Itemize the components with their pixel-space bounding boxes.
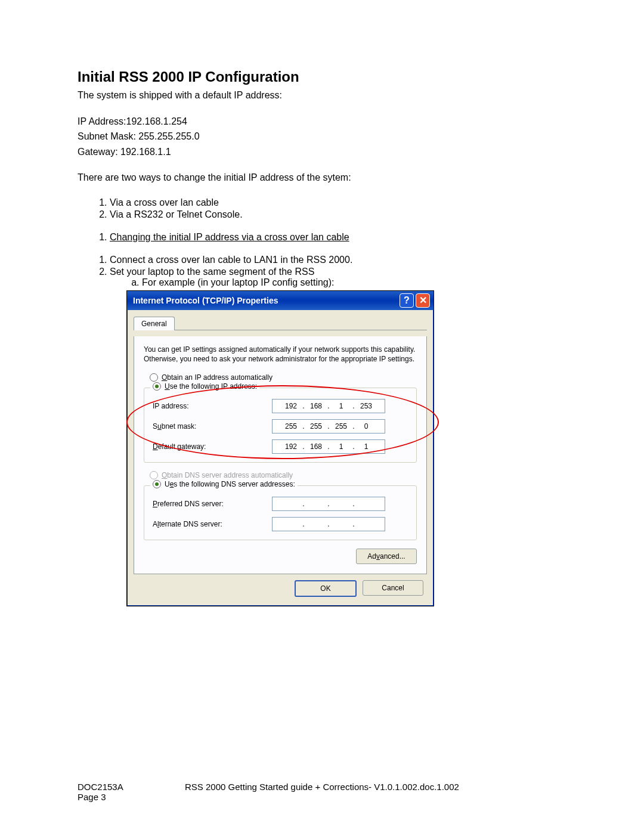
- preferred-dns-field[interactable]: . . .: [272, 497, 385, 511]
- cancel-button[interactable]: Cancel: [363, 580, 423, 596]
- radio-icon: [150, 471, 158, 479]
- advanced-button[interactable]: Advanced...: [356, 549, 417, 564]
- subnet-mask-field[interactable]: 255. 255. 255. 0: [272, 419, 385, 433]
- radio-use-following-dns[interactable]: Ues the following DNS server addresses:: [150, 480, 298, 488]
- default-ip: IP Address:192.168.1.254: [78, 115, 566, 128]
- substep-a: For example (in your laptop IP config se…: [142, 277, 566, 288]
- radio-obtain-ip-auto[interactable]: Obtain an IP address automatically: [150, 373, 417, 382]
- step-1: Connect a cross over lan cable to LAN1 i…: [110, 255, 566, 265]
- label-preferred-dns: Preferred DNS server:: [153, 500, 272, 508]
- close-button[interactable]: ✕: [416, 293, 430, 308]
- tcpip-properties-dialog: Internet Protocol (TCP/IP) Properties ? …: [126, 290, 434, 606]
- ip-address-field[interactable]: 192. 168. 1. 253: [272, 399, 385, 413]
- dialog-titlebar: Internet Protocol (TCP/IP) Properties ? …: [127, 291, 434, 310]
- tab-general[interactable]: General: [134, 317, 175, 330]
- radio-icon: [153, 480, 161, 488]
- radio-obtain-dns-auto: Obtain DNS server address automatically: [150, 471, 417, 479]
- footer-page-number: Page 3: [78, 792, 185, 802]
- dialog-title: Internet Protocol (TCP/IP) Properties: [133, 296, 398, 305]
- footer-doc-id: DOC2153A: [78, 782, 185, 792]
- intro-text: The system is shipped with a default IP …: [78, 89, 566, 102]
- alternate-dns-field[interactable]: . . .: [272, 517, 385, 531]
- default-gateway: Gateway: 192.168.1.1: [78, 145, 566, 159]
- default-subnet: Subnet Mask: 255.255.255.0: [78, 130, 566, 143]
- default-gateway-field[interactable]: 192. 168. 1. 1: [272, 439, 385, 454]
- label-default-gateway: Default gateway:: [153, 442, 272, 451]
- ways-intro: There are two ways to change the initial…: [78, 171, 566, 184]
- help-button[interactable]: ?: [400, 293, 414, 308]
- label-ip-address: IP address:: [153, 402, 272, 410]
- dialog-explain-text: You can get IP settings assigned automat…: [144, 345, 417, 364]
- page-footer: DOC2153A Page 3 RSS 2000 Getting Started…: [78, 782, 566, 802]
- footer-doc-title: RSS 2000 Getting Started guide + Correct…: [185, 782, 566, 802]
- radio-use-following-ip[interactable]: Use the following IP address:: [150, 382, 259, 391]
- radio-icon: [153, 382, 161, 391]
- page-heading: Initial RSS 2000 IP Configuration: [78, 69, 566, 85]
- step-2: Set your laptop to the same segment of t…: [110, 267, 566, 288]
- label-subnet-mask: Subnet mask:: [153, 422, 272, 431]
- ok-button[interactable]: OK: [295, 580, 357, 597]
- way-item-2: Via a RS232 or Telnet Console.: [110, 209, 566, 220]
- radio-icon: [150, 373, 158, 382]
- way-item-1: Via a cross over lan cable: [110, 197, 566, 208]
- section1-title: Changing the initial IP address via a cr…: [110, 232, 566, 243]
- label-alternate-dns: Alternate DNS server:: [153, 520, 272, 528]
